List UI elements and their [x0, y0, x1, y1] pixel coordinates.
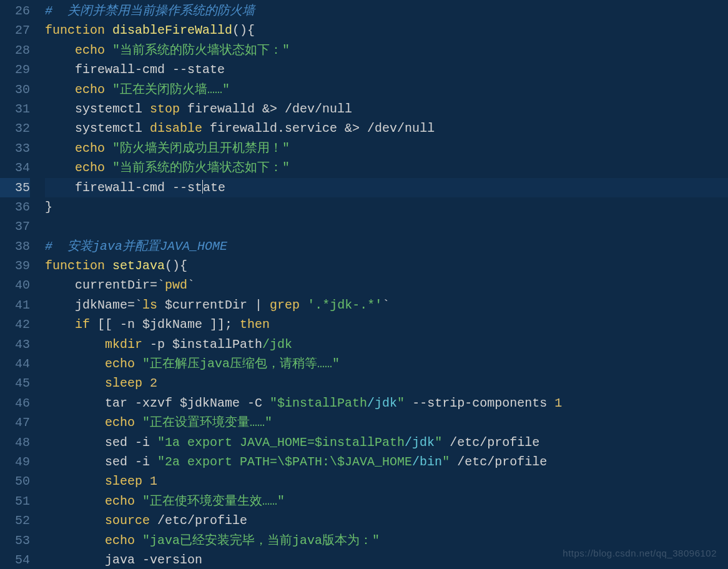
line-number: 27 [0, 21, 30, 40]
code-token [135, 357, 142, 371]
code-line[interactable]: firewall-cmd --state [45, 60, 728, 79]
code-line[interactable]: sed -i "1a export JAVA_HOME=$installPath… [45, 433, 728, 452]
code-token [45, 533, 105, 548]
code-token: /etc/profile [150, 513, 247, 528]
code-token [105, 141, 112, 156]
line-number: 47 [0, 413, 30, 432]
code-token: " [442, 455, 450, 469]
code-token [105, 43, 112, 57]
code-token: "正在设置环境变量……" [142, 415, 272, 430]
code-token [45, 161, 75, 175]
line-number: 40 [0, 275, 30, 295]
code-line[interactable]: jdkName=`ls $currentDir | grep '.*jdk-.*… [45, 295, 728, 315]
code-token: $currentDir [157, 298, 255, 312]
code-line[interactable]: firewall-cmd --state [45, 178, 728, 197]
code-line[interactable]: echo "正在关闭防火墙……" [45, 80, 728, 99]
code-editor[interactable]: 2627282930313233343536373839404142434445… [0, 0, 728, 569]
code-line[interactable]: tar -xzvf $jdkName -C "$installPath/jdk"… [45, 393, 728, 413]
code-token [262, 298, 270, 312]
code-line[interactable]: source /etc/profile [45, 511, 728, 530]
code-token: "$installPath [270, 396, 367, 410]
line-number: 41 [0, 295, 30, 315]
code-token: # 安装java并配置JAVA_HOME [45, 239, 227, 254]
code-line[interactable]: function disableFireWalld(){ [45, 21, 728, 40]
line-number: 39 [0, 256, 30, 275]
code-token: ` [187, 278, 195, 292]
code-token: # 关闭并禁用当前操作系统的防火墙 [45, 4, 255, 18]
code-line[interactable]: systemctl disable firewalld.service &> /… [45, 119, 728, 138]
code-token: (){ [165, 259, 187, 273]
code-token: -p $installPath [142, 337, 262, 352]
code-token [105, 82, 112, 97]
code-token: mkdir [105, 337, 142, 352]
code-token: } [45, 200, 52, 214]
code-token: | [255, 298, 262, 312]
code-token [45, 82, 75, 97]
code-token [300, 298, 307, 312]
code-token: stop [150, 102, 180, 116]
code-token: &> [345, 121, 360, 136]
code-token: echo [105, 415, 135, 430]
code-line[interactable]: mkdir -p $installPath/jdk [45, 335, 728, 354]
code-token: grep [270, 298, 300, 312]
code-line[interactable]: } [45, 197, 728, 217]
code-token: 1 [554, 396, 562, 410]
code-token [45, 494, 105, 508]
code-line[interactable]: # 关闭并禁用当前操作系统的防火墙 [45, 1, 728, 21]
code-line[interactable]: currentDir=`pwd` [45, 275, 728, 295]
code-token: (){ [232, 23, 255, 37]
line-number-gutter: 2627282930313233343536373839404142434445… [0, 0, 39, 569]
code-token: sed -i [45, 435, 157, 450]
code-line[interactable]: echo "防火墙关闭成功且开机禁用！" [45, 139, 728, 158]
code-token: "正在关闭防火墙……" [112, 82, 230, 97]
code-token: pwd [165, 278, 187, 292]
code-line[interactable]: function setJava(){ [45, 256, 728, 275]
code-token: sleep [105, 474, 142, 488]
code-token: sleep [105, 376, 142, 390]
code-token: ate [203, 181, 225, 195]
code-line[interactable]: systemctl stop firewalld &> /dev/null [45, 99, 728, 119]
code-token [45, 376, 105, 390]
code-token: /etc/profile [450, 455, 547, 469]
code-token [45, 357, 105, 371]
code-token [45, 317, 75, 332]
code-token: setJava [112, 259, 165, 273]
code-token: " [435, 435, 442, 450]
line-number: 46 [0, 393, 30, 413]
code-line[interactable]: sleep 1 [45, 472, 728, 491]
code-token: "正在解压java压缩包，请稍等……" [142, 357, 340, 371]
line-number: 50 [0, 472, 30, 491]
code-line[interactable] [45, 217, 728, 236]
code-token [142, 376, 150, 390]
code-token: source [105, 513, 150, 528]
code-line[interactable]: echo "当前系统的防火墙状态如下：" [45, 158, 728, 177]
code-token [135, 533, 142, 548]
code-line[interactable]: echo "当前系统的防火墙状态如下：" [45, 41, 728, 60]
code-token [105, 259, 112, 273]
code-token [135, 415, 142, 430]
line-number: 45 [0, 374, 30, 393]
code-token: firewall-cmd --state [45, 62, 225, 77]
line-number: 42 [0, 315, 30, 334]
code-line[interactable]: sed -i "2a export PATH=\$PATH:\$JAVA_HOM… [45, 452, 728, 472]
code-token [45, 513, 105, 528]
code-line[interactable]: if [[ -n $jdkName ]]; then [45, 315, 728, 334]
code-token: tar -xzvf $jdkName -C [45, 396, 270, 410]
code-line[interactable]: echo "正在设置环境变量……" [45, 413, 728, 432]
code-token: 2 [150, 376, 157, 390]
code-token: &> [262, 102, 277, 116]
code-area[interactable]: # 关闭并禁用当前操作系统的防火墙function disableFireWal… [39, 0, 728, 569]
line-number: 37 [0, 217, 30, 236]
code-token: /dev/null [277, 102, 352, 116]
code-line[interactable]: echo "正在使环境变量生效……" [45, 492, 728, 511]
line-number: 52 [0, 511, 30, 530]
code-token: then [240, 317, 270, 332]
code-line[interactable]: echo "正在解压java压缩包，请稍等……" [45, 354, 728, 374]
code-line[interactable]: # 安装java并配置JAVA_HOME [45, 237, 728, 256]
code-token: /jdk [262, 337, 292, 352]
line-number: 31 [0, 99, 30, 119]
code-line[interactable]: sleep 2 [45, 374, 728, 393]
line-number: 38 [0, 237, 30, 256]
code-token: "当前系统的防火墙状态如下：" [112, 161, 290, 175]
line-number: 33 [0, 139, 30, 158]
